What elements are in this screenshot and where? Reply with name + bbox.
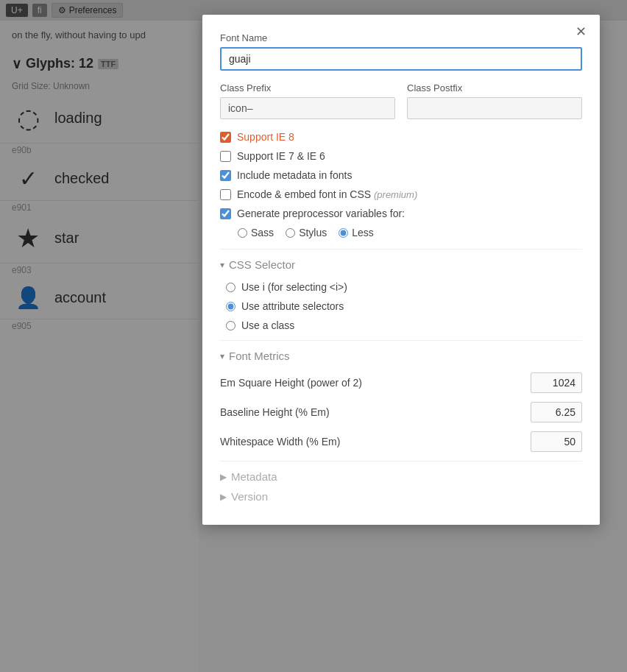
radio-stylus-label: Stylus [299, 227, 327, 238]
css-selector-section-header[interactable]: ▾ CSS Selector [220, 258, 582, 271]
preprocessor-radio-group: Sass Stylus Less [238, 227, 582, 238]
radio-stylus-item: Stylus [286, 227, 327, 238]
class-prefix-input[interactable] [220, 97, 395, 119]
font-name-input[interactable] [220, 47, 582, 71]
radio-sass-label: Sass [251, 227, 274, 238]
support-ie8-checkbox[interactable] [220, 132, 231, 143]
em-square-input[interactable] [531, 372, 582, 393]
radio-stylus[interactable] [286, 228, 295, 238]
version-section-header[interactable]: ▶ Version [220, 490, 582, 503]
radio-sass-item: Sass [238, 227, 274, 238]
generate-preprocessor-checkbox[interactable] [220, 208, 231, 219]
css-selector-options: Use i (for selecting <i>) Use attribute … [226, 281, 582, 331]
include-metadata-label: Include metadata in fonts [237, 169, 352, 181]
use-attribute-label: Use attribute selectors [241, 300, 344, 312]
whitespace-row: Whitespace Width (% Em) [220, 431, 582, 452]
generate-preprocessor-label: Generate preprocessor variables for: [237, 208, 405, 219]
metadata-title: Metadata [231, 470, 277, 483]
use-class-radio[interactable] [226, 321, 235, 330]
modal-dialog: ✕ Font Name Class Prefix Class Postfix S… [202, 15, 600, 525]
use-i-radio[interactable] [226, 283, 235, 292]
class-prefix-postfix-row: Class Prefix Class Postfix [220, 82, 582, 119]
encode-embed-checkbox[interactable] [220, 189, 231, 200]
version-chevron-icon: ▶ [220, 492, 227, 502]
radio-less-label: Less [352, 227, 374, 238]
class-prefix-label: Class Prefix [220, 82, 395, 93]
radio-less-item: Less [339, 227, 374, 238]
font-name-group: Font Name [220, 32, 582, 71]
radio-sass[interactable] [238, 228, 247, 238]
baseline-label: Baseline Height (% Em) [220, 406, 330, 418]
use-class-label: Use a class [241, 319, 294, 331]
close-button[interactable]: ✕ [570, 22, 592, 41]
support-ie76-row: Support IE 7 & IE 6 [220, 150, 582, 162]
whitespace-label: Whitespace Width (% Em) [220, 436, 340, 448]
em-square-row: Em Square Height (power of 2) [220, 372, 582, 393]
support-ie76-checkbox[interactable] [220, 151, 231, 162]
radio-less[interactable] [339, 228, 348, 238]
premium-tag: (premium) [374, 189, 417, 200]
font-metrics-fields: Em Square Height (power of 2) Baseline H… [220, 372, 582, 452]
class-postfix-input[interactable] [407, 97, 582, 119]
include-metadata-checkbox[interactable] [220, 170, 231, 181]
generate-preprocessor-row: Generate preprocessor variables for: [220, 208, 582, 219]
whitespace-input[interactable] [531, 431, 582, 452]
use-class-row: Use a class [226, 319, 582, 331]
baseline-row: Baseline Height (% Em) [220, 402, 582, 422]
baseline-input[interactable] [531, 402, 582, 422]
em-square-label: Em Square Height (power of 2) [220, 377, 362, 389]
include-metadata-row: Include metadata in fonts [220, 169, 582, 181]
encode-embed-label: Encode & embed font in CSS (premium) [237, 188, 417, 200]
css-selector-title: CSS Selector [229, 258, 295, 271]
support-ie8-label: Support IE 8 [237, 131, 294, 143]
use-i-label: Use i (for selecting <i>) [241, 281, 347, 293]
use-attribute-row: Use attribute selectors [226, 300, 582, 312]
use-i-row: Use i (for selecting <i>) [226, 281, 582, 293]
support-ie76-label: Support IE 7 & IE 6 [237, 150, 325, 162]
class-postfix-label: Class Postfix [407, 82, 582, 93]
support-ie8-row: Support IE 8 [220, 131, 582, 143]
metadata-chevron-icon: ▶ [220, 472, 227, 482]
font-metrics-chevron: ▾ [220, 351, 224, 361]
font-metrics-title: Font Metrics [229, 350, 290, 362]
encode-embed-row: Encode & embed font in CSS (premium) [220, 188, 582, 200]
version-title: Version [231, 490, 268, 503]
class-prefix-group: Class Prefix [220, 82, 395, 119]
font-name-label: Font Name [220, 32, 582, 43]
metadata-section-header[interactable]: ▶ Metadata [220, 470, 582, 483]
font-metrics-section-header[interactable]: ▾ Font Metrics [220, 350, 582, 362]
css-selector-chevron: ▾ [220, 260, 224, 270]
class-postfix-group: Class Postfix [407, 82, 582, 119]
use-attribute-radio[interactable] [226, 302, 235, 311]
